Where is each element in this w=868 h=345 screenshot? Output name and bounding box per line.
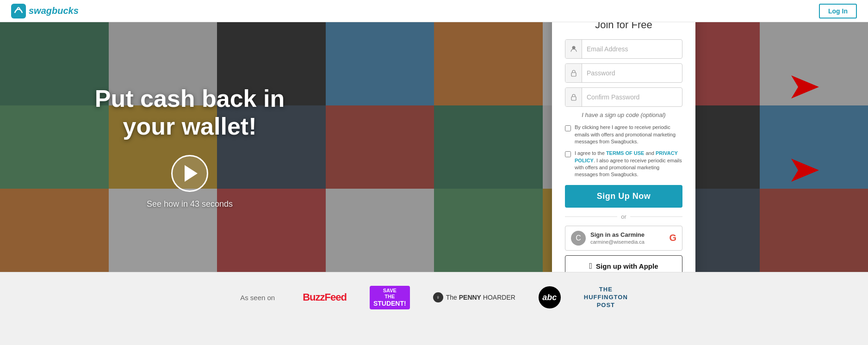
penny-hoarder-icon: ♀ — [433, 292, 443, 302]
hero-section: Put cash back inyour wallet! See how in … — [0, 22, 868, 272]
abc-logo: abc — [539, 286, 561, 308]
signup-button[interactable]: Sign Up Now — [565, 185, 682, 208]
form-title: Join for Free — [565, 22, 682, 31]
email-input[interactable] — [582, 41, 682, 57]
apple-signin-label: Sign up with Apple — [596, 262, 658, 270]
divider: or — [565, 213, 682, 220]
checkbox-terms-label: I agree to the TERMS OF USE and PRIVACY … — [575, 150, 682, 179]
hero-subtitle: See how in 43 seconds — [147, 199, 233, 209]
email-input-row — [565, 39, 682, 59]
checkbox-emails[interactable] — [565, 125, 571, 131]
svg-rect-5 — [571, 97, 576, 100]
play-icon — [185, 165, 198, 182]
google-icon: G — [669, 233, 676, 243]
footer-logos: BuzzFeed SAVETHESTUDENT! ♀ The PENNY HOA… — [303, 286, 628, 309]
penny-hoarder-text: The PENNY HOARDER — [446, 294, 515, 301]
svg-marker-1 — [791, 75, 819, 99]
google-signin-text: Sign in as Carmine — [590, 231, 664, 238]
hero-left: Put cash back inyour wallet! See how in … — [0, 22, 379, 272]
password-input[interactable] — [582, 65, 682, 81]
checkbox-emails-label: By clicking here I agree to receive peri… — [575, 124, 682, 145]
google-email: carmine@wisemedia.ca — [590, 239, 645, 245]
huffington-post-logo: THEHUFFINGTONPOST — [584, 286, 628, 309]
google-avatar: C — [571, 231, 586, 246]
google-info: Sign in as Carmine carmine@wisemedia.ca — [590, 231, 664, 245]
header: swagbucks Log In — [0, 0, 868, 22]
signup-form-card: Join for Free — [552, 22, 695, 272]
password-input-row — [565, 63, 682, 83]
divider-line-left — [565, 216, 617, 217]
logo-text: swagbucks — [29, 6, 79, 16]
lock-confirm-icon — [565, 88, 582, 106]
apple-icon:  — [589, 261, 592, 271]
signup-code-link[interactable]: I have a sign up code (optional) — [565, 111, 682, 118]
user-icon — [565, 40, 582, 58]
play-button[interactable] — [171, 155, 208, 192]
save-the-student-logo: SAVETHESTUDENT! — [370, 286, 410, 309]
hero-headline: Put cash back inyour wallet! — [95, 85, 285, 141]
checkbox-terms-row: I agree to the TERMS OF USE and PRIVACY … — [565, 150, 682, 179]
google-signin-button[interactable]: C Sign in as Carmine carmine@wisemedia.c… — [565, 226, 682, 251]
footer-as-seen-on: As seen on — [240, 294, 275, 302]
lock-icon — [565, 64, 582, 82]
penny-hoarder-logo: ♀ The PENNY HOARDER — [433, 292, 515, 302]
svg-rect-0 — [11, 4, 26, 18]
logo: swagbucks — [11, 4, 79, 18]
login-button[interactable]: Log In — [819, 4, 857, 18]
arrow-indicator-1 — [782, 73, 819, 103]
divider-line-right — [630, 216, 682, 217]
arrow-indicator-2 — [782, 156, 819, 186]
hero-right: Join for Free — [379, 22, 868, 272]
confirm-password-input[interactable] — [582, 89, 682, 105]
checkbox-emails-row: By clicking here I agree to receive peri… — [565, 124, 682, 145]
buzzfeed-logo: BuzzFeed — [303, 291, 347, 303]
divider-text: or — [621, 213, 626, 220]
confirm-password-input-row — [565, 87, 682, 107]
svg-marker-2 — [791, 159, 819, 182]
swagbucks-logo-icon — [11, 4, 26, 18]
terms-link[interactable]: TERMS OF USE — [606, 150, 645, 156]
checkbox-terms[interactable] — [565, 151, 571, 157]
footer: As seen on BuzzFeed SAVETHESTUDENT! ♀ Th… — [0, 272, 868, 323]
apple-signin-button[interactable]:  Sign up with Apple — [565, 255, 682, 272]
svg-rect-4 — [571, 73, 576, 76]
